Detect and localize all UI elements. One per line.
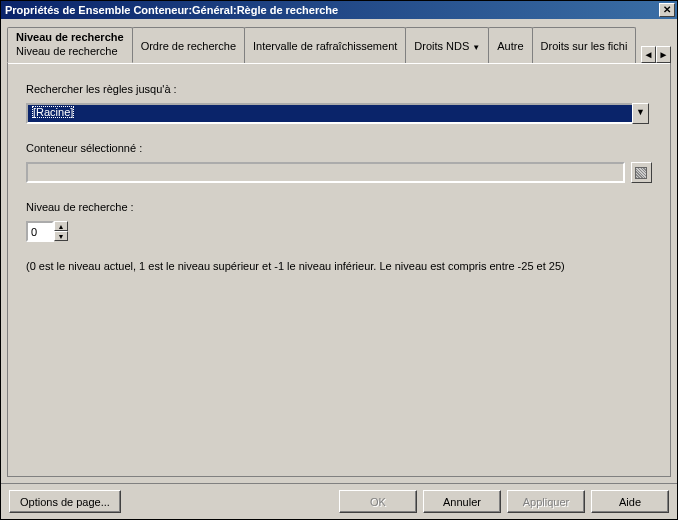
cancel-button[interactable]: Annuler: [423, 490, 501, 513]
tab-scroll-right-icon[interactable]: ►: [656, 46, 671, 63]
search-level-spinner[interactable]: ▲ ▼: [26, 221, 652, 242]
tab-nds-rights[interactable]: Droits NDS▼: [405, 27, 489, 63]
search-rules-value[interactable]: [Racine]: [26, 103, 632, 124]
titlebar: Propriétés de Ensemble Conteneur:Général…: [1, 1, 677, 19]
tabs-row: Niveau de recherche Niveau de recherche …: [7, 27, 641, 63]
help-button[interactable]: Aide: [591, 490, 669, 513]
search-level-label: Niveau de recherche :: [26, 201, 652, 213]
selected-container-label: Conteneur sélectionné :: [26, 142, 652, 154]
tab-file-rights[interactable]: Droits sur les fichi: [532, 27, 637, 63]
tab-strip: Niveau de recherche Niveau de recherche …: [7, 25, 671, 63]
dialog-window: Propriétés de Ensemble Conteneur:Général…: [0, 0, 678, 520]
browse-button[interactable]: [631, 162, 652, 183]
tab-scroll-left-icon[interactable]: ◄: [641, 46, 656, 63]
chevron-down-icon: ▼: [472, 43, 480, 52]
tab-subline: Niveau de recherche: [16, 45, 124, 57]
apply-button: Appliquer: [507, 490, 585, 513]
spinner-up-icon[interactable]: ▲: [54, 221, 68, 231]
page-options-button[interactable]: Options de page...: [9, 490, 121, 513]
tab-other[interactable]: Autre: [488, 27, 532, 63]
tab-panel: Rechercher les règles jusqu'à : [Racine]…: [7, 63, 671, 477]
ok-button: OK: [339, 490, 417, 513]
search-rules-combo[interactable]: [Racine] ▼: [26, 103, 649, 124]
tab-label: Ordre de recherche: [141, 40, 236, 52]
dropdown-icon[interactable]: ▼: [632, 103, 649, 124]
selected-container-input: [26, 162, 625, 183]
tab-refresh-interval[interactable]: Intervalle de rafraîchissement: [244, 27, 406, 63]
search-level-hint: (0 est le niveau actuel, 1 est le niveau…: [26, 260, 652, 272]
tab-label: Droits sur les fichi: [541, 40, 628, 52]
tab-label: Autre: [497, 40, 523, 52]
dialog-body: Niveau de recherche Niveau de recherche …: [1, 19, 677, 483]
tab-label: Intervalle de rafraîchissement: [253, 40, 397, 52]
search-level-input[interactable]: [26, 221, 54, 242]
tab-search-level[interactable]: Niveau de recherche Niveau de recherche: [7, 27, 133, 63]
close-icon[interactable]: ✕: [659, 3, 675, 17]
tab-label: Droits NDS▼: [414, 40, 480, 52]
tab-search-order[interactable]: Ordre de recherche: [132, 27, 245, 63]
spinner-down-icon[interactable]: ▼: [54, 231, 68, 241]
window-title: Propriétés de Ensemble Conteneur:Général…: [3, 4, 659, 16]
button-bar: Options de page... OK Annuler Appliquer …: [1, 483, 677, 519]
tab-label: Niveau de recherche: [16, 31, 124, 43]
search-rules-label: Rechercher les règles jusqu'à :: [26, 83, 652, 95]
browse-icon: [635, 167, 647, 179]
tab-scroll: ◄ ►: [641, 46, 671, 63]
